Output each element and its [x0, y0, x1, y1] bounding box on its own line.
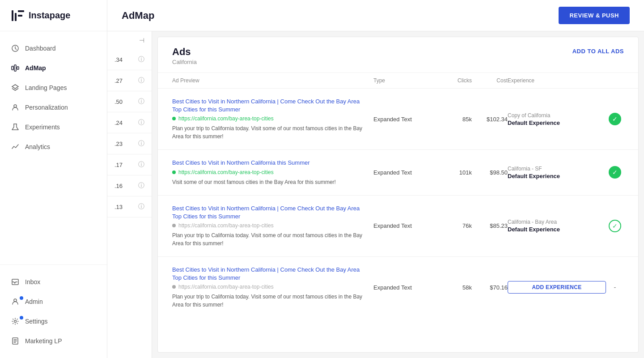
- col-ad-preview: Ad Preview: [172, 77, 373, 84]
- svg-rect-3: [18, 15, 22, 17]
- ad-type-0: Expanded Text: [373, 116, 436, 123]
- settings-notification-dot: [20, 316, 23, 320]
- logo: Instapage: [0, 0, 107, 31]
- sidebar-item-dashboard-label: Dashboard: [25, 45, 56, 52]
- ad-preview-2: Best Cities to Visit in Northern Califor…: [172, 205, 373, 247]
- ad-title-1[interactable]: Best Cities to Visit in Northern Califor…: [172, 159, 366, 167]
- ad-url-row-3: https://california.com/bay-area-top-citi…: [172, 284, 366, 290]
- inbox-icon: [11, 277, 20, 286]
- main-content: AdMap REVIEW & PUSH ⊣ .34 ⓘ .27 ⓘ .50 ⓘ …: [107, 0, 644, 358]
- ad-type-3: Expanded Text: [373, 284, 436, 291]
- status-dot-3: [172, 285, 176, 289]
- ad-cost-3: $70.16: [472, 284, 508, 291]
- sidebar-item-settings[interactable]: Settings: [0, 311, 107, 331]
- sidebar-item-inbox-label: Inbox: [25, 278, 40, 286]
- sidebar-item-admin[interactable]: Admin: [0, 292, 107, 311]
- sidebar-item-personalization[interactable]: Personalization: [0, 98, 107, 117]
- ad-experience-1: California - SF Default Experience: [508, 166, 606, 179]
- left-panel-row-1: .27 ⓘ: [107, 70, 152, 91]
- sidebar-item-dashboard[interactable]: Dashboard: [0, 38, 107, 58]
- ads-panel: Ads California ADD TO ALL ADS Ad Preview…: [157, 37, 639, 353]
- dashboard-icon: [11, 44, 20, 53]
- svg-point-8: [14, 105, 17, 107]
- col-cost: Cost: [472, 77, 508, 84]
- page-title: AdMap: [122, 10, 154, 21]
- ad-preview-1: Best Cities to Visit in Northern Califor…: [172, 159, 373, 186]
- exp-default-0: Default Experience: [508, 119, 606, 126]
- experiments-icon: [11, 123, 20, 132]
- left-panel-row-3: .24 ⓘ: [107, 112, 152, 133]
- ad-url-row-0: https://california.com/bay-area-top-citi…: [172, 115, 366, 122]
- review-push-button[interactable]: REVIEW & PUSH: [559, 7, 630, 24]
- dash-placeholder-3: -: [614, 283, 616, 291]
- cost-value-7: .13: [114, 204, 123, 210]
- info-icon-6[interactable]: ⓘ: [138, 182, 144, 190]
- col-type: Type: [373, 77, 436, 84]
- svg-rect-7: [17, 67, 19, 69]
- ad-url-3[interactable]: https://california.com/bay-area-top-citi…: [178, 284, 274, 290]
- ad-clicks-3: 58k: [436, 284, 472, 291]
- ads-title: Ads: [172, 46, 197, 58]
- cost-value-1: .27: [114, 77, 123, 84]
- cost-value-0: .34: [114, 56, 123, 63]
- ad-url-1[interactable]: https://california.com/bay-area-top-citi…: [178, 169, 274, 175]
- sidebar-item-experiments[interactable]: Experiments: [0, 117, 107, 137]
- exp-action-2: ✓: [606, 220, 624, 232]
- admin-icon: [11, 297, 20, 306]
- ad-title-3[interactable]: Best Cities to Visit in Northern Califor…: [172, 266, 366, 282]
- sidebar-item-admap[interactable]: AdMap: [0, 58, 107, 78]
- status-dot-2: [172, 224, 176, 227]
- analytics-icon: [11, 142, 20, 151]
- info-icon-2[interactable]: ⓘ: [138, 98, 144, 106]
- info-icon-1[interactable]: ⓘ: [138, 77, 144, 85]
- info-icon-7[interactable]: ⓘ: [138, 203, 144, 211]
- ads-title-group: Ads California: [172, 46, 197, 65]
- ad-title-0[interactable]: Best Cities to Visit in Northern Califor…: [172, 98, 366, 114]
- sidebar-item-marketing-lp[interactable]: Marketing LP: [0, 331, 107, 351]
- ad-desc-2: Plan your trip to California today. Visi…: [172, 231, 366, 247]
- sidebar-item-personalization-label: Personalization: [25, 104, 68, 111]
- sidebar-item-landing-pages[interactable]: Landing Pages: [0, 78, 107, 98]
- ad-clicks-1: 101k: [436, 169, 472, 176]
- exp-action-0: ✓: [606, 113, 624, 125]
- left-panel-row-4: .23 ⓘ: [107, 133, 152, 154]
- sidebar-item-marketing-lp-label: Marketing LP: [25, 337, 62, 345]
- info-icon-0[interactable]: ⓘ: [138, 55, 144, 64]
- info-icon-3[interactable]: ⓘ: [138, 119, 144, 127]
- svg-point-10: [14, 299, 17, 302]
- exp-name-2: California - Bay Area: [508, 219, 606, 225]
- left-panel-row-5: .17 ⓘ: [107, 154, 152, 175]
- svg-point-11: [14, 320, 17, 323]
- add-experience-button-3[interactable]: ADD EXPERIENCE: [508, 281, 606, 294]
- ad-type-2: Expanded Text: [373, 222, 436, 229]
- collapse-icon[interactable]: ⊣: [139, 37, 144, 44]
- info-icon-5[interactable]: ⓘ: [138, 161, 144, 169]
- ad-url-2[interactable]: https://california.com/bay-area-top-citi…: [178, 222, 274, 229]
- ad-desc-3: Plan your trip to California today. Visi…: [172, 293, 366, 309]
- table-row: Best Cities to Visit in Northern Califor…: [158, 150, 638, 195]
- sidebar-item-inbox[interactable]: Inbox: [0, 272, 107, 292]
- admap-icon: [11, 64, 20, 72]
- table-row: Best Cities to Visit in Northern Califor…: [158, 196, 638, 257]
- exp-action-1: ✓: [606, 166, 624, 179]
- exp-default-2: Default Experience: [508, 226, 606, 233]
- add-to-all-ads-button[interactable]: ADD TO ALL ADS: [572, 46, 624, 56]
- ad-url-0[interactable]: https://california.com/bay-area-top-citi…: [178, 115, 274, 122]
- info-icon-4[interactable]: ⓘ: [138, 140, 144, 148]
- ad-preview-3: Best Cities to Visit in Northern Califor…: [172, 266, 373, 309]
- left-panel-header: ⊣: [107, 31, 152, 49]
- svg-rect-6: [14, 65, 16, 71]
- col-action: [606, 77, 624, 84]
- check-outline-icon-2: ✓: [609, 220, 621, 232]
- ad-cost-0: $102.34: [472, 116, 508, 123]
- svg-rect-5: [12, 66, 13, 70]
- cost-value-2: .50: [114, 98, 123, 105]
- ad-clicks-0: 85k: [436, 116, 472, 123]
- ad-title-2[interactable]: Best Cities to Visit in Northern Califor…: [172, 205, 366, 221]
- ad-clicks-2: 76k: [436, 222, 472, 229]
- svg-rect-1: [15, 13, 17, 21]
- ad-cost-1: $98.50: [472, 169, 508, 176]
- left-panel-row-6: .16 ⓘ: [107, 175, 152, 196]
- sidebar-item-analytics[interactable]: Analytics: [0, 137, 107, 157]
- settings-icon: [11, 317, 20, 326]
